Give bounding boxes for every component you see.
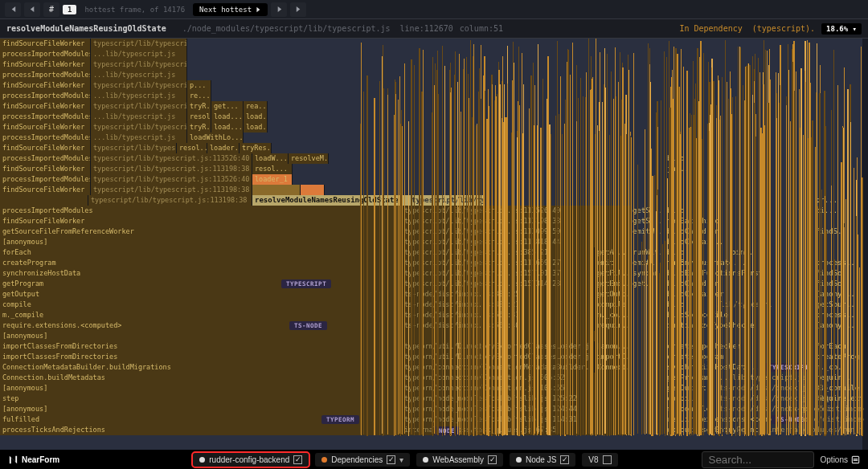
- frame-cell[interactable]: getOutput: [0, 289, 402, 300]
- frame-cell[interactable]: p...: [187, 80, 211, 91]
- frame-cell[interactable]: typescript/lib/typescript.js:113526:40: [91, 174, 252, 185]
- frame-cell[interactable]: importClassesFromDirectories: [0, 341, 402, 352]
- frame-cell[interactable]: typescript/lib/typescript.js: [91, 39, 187, 49]
- frame-cell[interactable]: typescript/lib/typescript.js: [91, 59, 187, 70]
- frame-cell[interactable]: get...: [211, 101, 244, 112]
- frame-cell[interactable]: [252, 185, 301, 195]
- deps-pill[interactable]: Dependencies ✓ ▾: [315, 453, 410, 467]
- frame-cell[interactable]: ...lib/typescript.js: [91, 70, 187, 80]
- frame-cell[interactable]: resolveM...: [289, 153, 329, 164]
- frame-cell[interactable]: resol...: [177, 143, 207, 153]
- frame-cell[interactable]: createProgram: [0, 258, 402, 268]
- frame-cell[interactable]: loader...: [207, 143, 240, 153]
- project-pill[interactable]: rudder-config-backend ✓: [193, 453, 309, 467]
- frame-cell[interactable]: load...: [211, 112, 244, 122]
- frame-cell[interactable]: processTicksAndRejections: [0, 425, 402, 435]
- options-button[interactable]: Options: [821, 455, 860, 464]
- frame-cell[interactable]: [301, 185, 325, 195]
- frame-cell[interactable]: processImportedModules: [0, 153, 91, 164]
- frame-cell[interactable]: load...: [211, 122, 244, 133]
- status-column: column:51: [460, 24, 503, 33]
- frame-cell[interactable]: processImportedModules: [0, 206, 402, 216]
- frame-cell[interactable]: findSourceFileWorker: [0, 122, 91, 133]
- frame-cell[interactable]: tryR...: [187, 101, 211, 112]
- frame-cell[interactable]: compile: [0, 300, 402, 310]
- frame-cell[interactable]: processImportedModules: [0, 133, 91, 143]
- frame-cell[interactable]: resol...: [252, 164, 293, 174]
- deps-label: Dependencies: [331, 455, 383, 464]
- frame-cell[interactable]: [anonymous]: [0, 404, 402, 414]
- frame-cell[interactable]: load...: [244, 112, 268, 122]
- frame-cell[interactable]: [anonymous]: [0, 237, 402, 247]
- frame-cell[interactable]: findSourceFileWorker: [0, 80, 91, 91]
- frame-cell[interactable]: getProgram: [0, 279, 402, 289]
- frame-cell[interactable]: load...: [244, 122, 268, 133]
- frame-cell[interactable]: typescript/lib/typescript.js: [91, 143, 177, 153]
- frame-cell[interactable]: ...lib/typescript.js: [91, 49, 187, 59]
- frame-cell[interactable]: typescript/lib/typescript.js:113526:40: [91, 153, 252, 164]
- dot-icon: [199, 457, 205, 463]
- frame-cell[interactable]: resol...: [187, 112, 211, 122]
- frame-cell[interactable]: typescript/lib/typescript.js: [91, 122, 187, 133]
- frame-cell[interactable]: typescript/lib/typescript.js:113198:38: [91, 164, 252, 174]
- brand-logo[interactable]: NearForm: [8, 455, 59, 465]
- frame-cell[interactable]: processImportedModules: [0, 70, 91, 80]
- frame-cell[interactable]: findSourceFileWorker: [0, 39, 91, 49]
- search-input[interactable]: [702, 451, 814, 468]
- svg-rect-0: [852, 456, 858, 463]
- flamegraph[interactable]: findSourceFileWorker typescript/lib/type…: [0, 39, 868, 450]
- frame-cell[interactable]: ConnectionMetadataBuilder.buildMigration…: [0, 362, 402, 373]
- frame-cell[interactable]: [anonymous]: [0, 383, 402, 394]
- check-icon: ✓: [603, 455, 612, 464]
- frame-cell[interactable]: processImportedModules: [0, 49, 91, 59]
- frame-cell[interactable]: findSourceFileWorker: [0, 143, 91, 153]
- frame-cell[interactable]: ...lib/typescript.js: [91, 133, 187, 143]
- frame-cell[interactable]: typescript/lib/typescript.js: [91, 101, 187, 112]
- frame-cell[interactable]: loadW...: [252, 153, 289, 164]
- nodejs-pill[interactable]: Node JS ✓: [510, 453, 575, 467]
- status-percent[interactable]: 18.6% ▾: [821, 23, 862, 35]
- scrollbar[interactable]: [862, 39, 868, 450]
- next-hottest-button[interactable]: Next hottest: [193, 3, 268, 16]
- frame-cell[interactable]: ...lib/typescript.js: [91, 91, 187, 101]
- frame-cell[interactable]: rea...: [244, 101, 268, 112]
- frame-cell[interactable]: tryRes...: [240, 143, 272, 153]
- frame-cell[interactable]: ...lib/typescript.js: [91, 112, 187, 122]
- frame-cell[interactable]: require.extensions.<computed>: [0, 320, 402, 331]
- frame-cell[interactable]: findSourceFileWorker: [0, 101, 91, 112]
- frame-cell[interactable]: findSourceFileWorker: [0, 59, 91, 70]
- frame-cell[interactable]: step: [0, 394, 402, 404]
- frame-cell[interactable]: forEach: [0, 247, 402, 258]
- frame-cell[interactable]: loadWithLo...: [187, 133, 244, 143]
- v8-pill[interactable]: V8 ✓: [582, 453, 617, 467]
- frame-cell[interactable]: re...: [187, 91, 211, 101]
- frame-cell[interactable]: findSourceFileWorker: [0, 164, 91, 174]
- frame-cell[interactable]: [0, 195, 88, 206]
- frame-cell[interactable]: processImportedModules: [0, 174, 91, 185]
- frame-cell[interactable]: typescript/lib/typescript.js:113198:38: [91, 185, 252, 195]
- frame-cell[interactable]: loader_1: [252, 174, 293, 185]
- frame-cell[interactable]: tryR...: [187, 122, 211, 133]
- nav-prev-button[interactable]: [24, 2, 40, 17]
- wasm-pill[interactable]: WebAssembly ✓: [416, 453, 503, 467]
- frame-cell[interactable]: m._compile: [0, 310, 402, 320]
- frame-cell[interactable]: findSourceFileWorker: [0, 216, 402, 226]
- tag-tsnode: TS-NODE: [289, 321, 327, 330]
- nav-next-button[interactable]: [271, 2, 287, 17]
- frame-cell[interactable]: synchronizeHostData: [0, 268, 402, 279]
- dot-icon: [423, 457, 428, 463]
- status-function: resolveModuleNamesReusingOldState: [6, 24, 166, 33]
- frame-cell[interactable]: findSourceFileWorker: [0, 185, 91, 195]
- frame-cell[interactable]: processImportedModules: [0, 91, 91, 101]
- frame-cell[interactable]: processImportedModules: [0, 112, 91, 122]
- frame-cell[interactable]: importClassesFromDirectories: [0, 352, 402, 362]
- nav-last-button[interactable]: [290, 2, 306, 17]
- brand-label: NearForm: [22, 455, 59, 464]
- frame-cell[interactable]: typescript/lib/typescript.js:113198:38: [88, 195, 252, 206]
- frame-cell[interactable]: Connection.buildMetadatas: [0, 373, 402, 383]
- frame-cell[interactable]: getSourceFileFromReferenceWorker: [0, 226, 402, 237]
- check-icon: ✓: [387, 455, 395, 464]
- frame-hash: #: [43, 2, 59, 17]
- frame-cell[interactable]: typescript/lib/typescript.js: [91, 80, 187, 91]
- nav-first-button[interactable]: [5, 2, 21, 17]
